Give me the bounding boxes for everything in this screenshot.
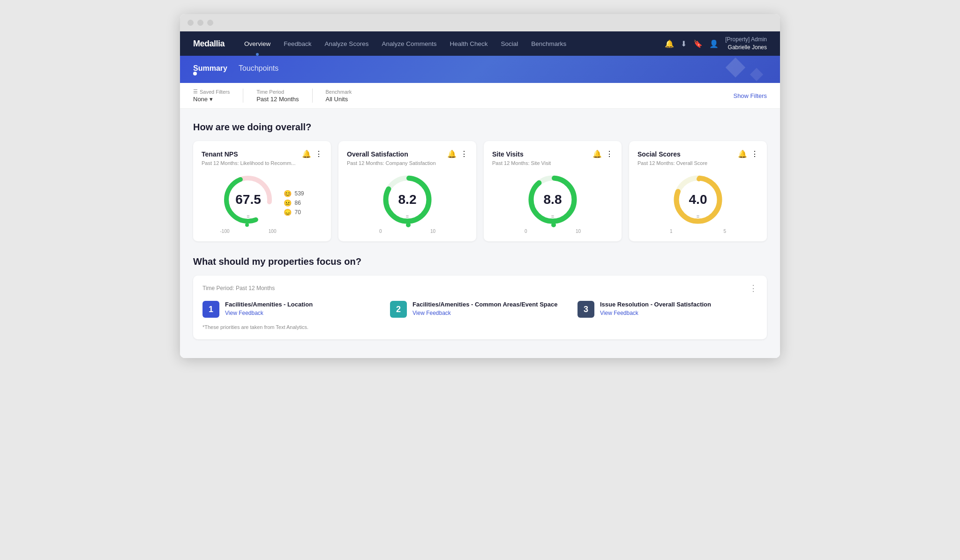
card-subtitle-satisfaction: Past 12 Months: Company Satisfaction [347, 160, 468, 166]
time-period-group: Time Period Past 12 Months [256, 89, 299, 103]
time-period-value[interactable]: Past 12 Months [256, 96, 299, 103]
priority-link-3[interactable]: View Feedback [600, 310, 711, 316]
nav-bar: Medallia Overview Feedback Analyze Score… [180, 31, 780, 56]
gauge-eq-social: = [697, 214, 699, 219]
gauge-max-nps: 100 [269, 229, 277, 234]
browser-dot-red [188, 20, 194, 26]
gauge-value-social: 4.0 [689, 192, 707, 207]
nps-row-promoter: 😊 539 [284, 190, 304, 197]
main-content: How are we doing overall? Tenant NPS 🔔 ⋮… [180, 109, 780, 358]
gauge-max-site-visits: 10 [576, 229, 581, 234]
nps-detail: 😊 539 😐 86 😞 70 [284, 190, 304, 216]
card-title-site-visits: Site Visits [492, 150, 524, 158]
show-filters-button[interactable]: Show Filters [733, 92, 767, 99]
card-subtitle-site-visits: Past 12 Months: Site Visit [492, 160, 613, 166]
priority-link-2[interactable]: View Feedback [412, 310, 557, 316]
gauge-container-satisfaction: 8.2 = [379, 172, 435, 228]
card-body-social: 4.0 = 1 5 [638, 172, 758, 234]
gauge-site-visits: 8.8 = 0 10 [525, 172, 581, 234]
bell-icon-social[interactable]: 🔔 [738, 149, 747, 158]
decorative-diamond-1 [726, 58, 745, 77]
gauge-satisfaction: 8.2 = 0 10 [379, 172, 435, 234]
priorities-more-icon[interactable]: ⋮ [749, 283, 758, 293]
gauge-eq-site-visits: = [551, 214, 554, 219]
priorities-card: Time Period: Past 12 Months ⋮ 1 Faciliti… [193, 276, 767, 339]
gauge-min-site-visits: 0 [525, 229, 527, 234]
nav-item-social[interactable]: Social [494, 31, 525, 56]
gauge-value-satisfaction: 8.2 [398, 192, 417, 207]
priority-item-3: 3 Issue Resolution - Overall Satisfactio… [578, 301, 758, 318]
more-icon-site-visits[interactable]: ⋮ [606, 149, 613, 158]
bell-icon[interactable]: 🔔 [665, 39, 674, 48]
bookmark-icon[interactable]: 🔖 [693, 39, 703, 48]
browser-dot-yellow [197, 20, 203, 26]
card-icons-satisfaction: 🔔 ⋮ [447, 149, 468, 158]
nps-promoter-count: 539 [294, 190, 304, 197]
nav-item-health-check[interactable]: Health Check [443, 31, 494, 56]
gauge-container-site-visits: 8.8 = [525, 172, 581, 228]
user-icon[interactable]: 👤 [709, 39, 719, 48]
smile-icon: 😊 [284, 190, 292, 197]
card-subtitle-social: Past 12 Months: Overall Score [638, 160, 758, 166]
tenant-nps-card: Tenant NPS 🔔 ⋮ Past 12 Months: Likelihoo… [193, 141, 331, 241]
nav-item-overview[interactable]: Overview [238, 31, 277, 56]
overall-section-title: How are we doing overall? [193, 122, 767, 133]
card-header-social: Social Scores 🔔 ⋮ [638, 149, 758, 158]
nps-detractor-count: 70 [294, 209, 300, 216]
priority-content-3: Issue Resolution - Overall Satisfaction … [600, 301, 711, 316]
nav-item-benchmarks[interactable]: Benchmarks [525, 31, 573, 56]
nav-item-analyze-scores[interactable]: Analyze Scores [318, 31, 375, 56]
download-icon[interactable]: ⬇ [681, 39, 687, 48]
benchmark-label: Benchmark [326, 89, 352, 95]
card-icons-nps: 🔔 ⋮ [302, 149, 322, 158]
priority-num-2: 2 [390, 301, 407, 318]
saved-filters-group: ☰ Saved Filters None ▾ [193, 89, 230, 103]
social-scores-card: Social Scores 🔔 ⋮ Past 12 Months: Overal… [629, 141, 767, 241]
gauge-value-nps: 67.5 [235, 192, 261, 207]
nav-item-analyze-comments[interactable]: Analyze Comments [375, 31, 443, 56]
nav-item-feedback[interactable]: Feedback [277, 31, 318, 56]
filter-icon: ☰ [193, 89, 198, 95]
priorities-section-title: What should my properties focus on? [193, 256, 767, 267]
priority-item-1: 1 Facilities/Amenities - Location View F… [202, 301, 382, 318]
card-title-satisfaction: Overall Satisfaction [347, 150, 408, 158]
svg-point-5 [406, 223, 411, 227]
filter-divider-1 [243, 89, 243, 103]
filter-divider-2 [312, 89, 313, 103]
more-icon-social[interactable]: ⋮ [751, 149, 758, 158]
priority-content-2: Facilities/Amenities - Common Areas/Even… [412, 301, 557, 316]
gauge-container-social: 4.0 = [670, 172, 726, 228]
svg-point-11 [697, 177, 701, 181]
gauge-eq-satisfaction: = [406, 214, 409, 219]
priority-content-1: Facilities/Amenities - Location View Fee… [225, 301, 313, 316]
card-body-satisfaction: 8.2 = 0 10 [347, 172, 468, 234]
overall-satisfaction-card: Overall Satisfaction 🔔 ⋮ Past 12 Months:… [338, 141, 476, 241]
gauge-social: 4.0 = 1 5 [670, 172, 726, 234]
more-icon-satisfaction[interactable]: ⋮ [460, 149, 468, 158]
svg-point-8 [551, 223, 556, 227]
priority-title-1: Facilities/Amenities - Location [225, 301, 313, 308]
saved-filters-label: ☰ Saved Filters [193, 89, 230, 95]
browser-chrome [180, 14, 780, 31]
gauge-labels-site-visits: 0 10 [525, 229, 581, 234]
saved-filters-value[interactable]: None ▾ [193, 96, 230, 103]
tab-summary[interactable]: Summary [193, 64, 227, 73]
gauge-max-social: 5 [723, 229, 726, 234]
gauge-min-social: 1 [670, 229, 673, 234]
gauge-labels-satisfaction: 0 10 [379, 229, 435, 234]
site-visits-card: Site Visits 🔔 ⋮ Past 12 Months: Site Vis… [484, 141, 622, 241]
more-icon-nps[interactable]: ⋮ [315, 149, 322, 158]
time-period-label: Time Period [256, 89, 299, 95]
nps-neutral-count: 86 [294, 200, 300, 206]
benchmark-value[interactable]: All Units [326, 96, 352, 103]
priority-item-2: 2 Facilities/Amenities - Common Areas/Ev… [390, 301, 570, 318]
tab-touchpoints[interactable]: Touchpoints [239, 64, 278, 73]
card-title-nps: Tenant NPS [202, 150, 238, 158]
bell-icon-site-visits[interactable]: 🔔 [592, 149, 602, 158]
bell-icon-satisfaction[interactable]: 🔔 [447, 149, 457, 158]
metric-cards-row: Tenant NPS 🔔 ⋮ Past 12 Months: Likelihoo… [193, 141, 767, 241]
bell-icon-nps[interactable]: 🔔 [302, 149, 311, 158]
nps-row-neutral: 😐 86 [284, 199, 304, 207]
priority-title-2: Facilities/Amenities - Common Areas/Even… [412, 301, 557, 308]
priority-link-1[interactable]: View Feedback [225, 310, 313, 316]
